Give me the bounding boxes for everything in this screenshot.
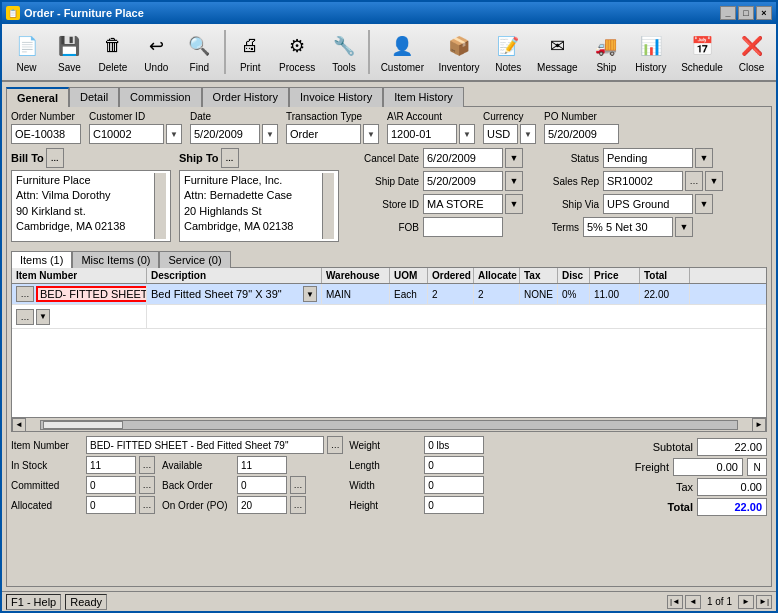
- toolbar-history-button[interactable]: 📊 History: [629, 26, 673, 78]
- toolbar-undo-button[interactable]: ↩ Undo: [136, 26, 177, 78]
- length-row: Length: [349, 456, 484, 474]
- subtotal-value[interactable]: [697, 438, 767, 456]
- store-id-dropdown[interactable]: ▼: [505, 194, 523, 214]
- table-row[interactable]: … BED- FITTED SHEET ▼ Bed Fitted Sheet 7…: [12, 284, 766, 305]
- toolbar-schedule-button[interactable]: 📅 Schedule: [675, 26, 729, 78]
- toolbar-new-button[interactable]: 📄 New: [6, 26, 47, 78]
- cancel-date-input[interactable]: [423, 148, 503, 168]
- cancel-date-dropdown[interactable]: ▼: [505, 148, 523, 168]
- on-order-input[interactable]: [237, 496, 287, 514]
- ship-via-dropdown[interactable]: ▼: [695, 194, 713, 214]
- first-record-btn[interactable]: |◄: [667, 595, 683, 609]
- committed-btn[interactable]: …: [139, 476, 155, 494]
- tab-detail[interactable]: Detail: [69, 87, 119, 107]
- sales-rep-browse[interactable]: …: [685, 171, 703, 191]
- toolbar-notes-button[interactable]: 📝 Notes: [488, 26, 529, 78]
- available-input[interactable]: [237, 456, 287, 474]
- status-input[interactable]: [603, 148, 693, 168]
- last-record-btn[interactable]: ►|: [756, 595, 772, 609]
- in-stock-input[interactable]: [86, 456, 136, 474]
- scroll-right-btn[interactable]: ►: [752, 418, 766, 432]
- empty-dropdown[interactable]: ▼: [36, 309, 50, 325]
- toolbar-delete-button[interactable]: 🗑 Delete: [92, 26, 134, 78]
- back-order-input[interactable]: [237, 476, 287, 494]
- tab-general[interactable]: General: [6, 87, 69, 107]
- currency-dropdown[interactable]: ▼: [520, 124, 536, 144]
- ship-to-scrollbar[interactable]: [322, 173, 334, 239]
- ship-date-dropdown[interactable]: ▼: [505, 171, 523, 191]
- item-browse-btn[interactable]: …: [16, 286, 34, 302]
- toolbar-customer-button[interactable]: 👤 Customer: [374, 26, 430, 78]
- next-record-btn[interactable]: ►: [738, 595, 754, 609]
- toolbar-close-button[interactable]: ❌ Close: [731, 26, 772, 78]
- close-window-button[interactable]: ×: [756, 6, 772, 20]
- status-dropdown[interactable]: ▼: [695, 148, 713, 168]
- currency-input[interactable]: [483, 124, 518, 144]
- transaction-type-dropdown[interactable]: ▼: [363, 124, 379, 144]
- terms-input[interactable]: [583, 217, 673, 237]
- weight-input[interactable]: [424, 436, 484, 454]
- tab-commission[interactable]: Commission: [119, 87, 202, 107]
- minimize-button[interactable]: _: [720, 6, 736, 20]
- in-stock-btn[interactable]: …: [139, 456, 155, 474]
- freight-extra[interactable]: N: [747, 458, 767, 476]
- height-input[interactable]: [424, 496, 484, 514]
- date-dropdown-btn[interactable]: ▼: [262, 124, 278, 144]
- toolbar-ship-button[interactable]: 🚚 Ship: [586, 26, 627, 78]
- bill-to-scrollbar[interactable]: [154, 173, 166, 239]
- sub-tab-items[interactable]: Items (1): [11, 251, 72, 268]
- allocated-input[interactable]: [86, 496, 136, 514]
- item-desc-dropdown[interactable]: ▼: [303, 286, 317, 302]
- date-input[interactable]: [190, 124, 260, 144]
- toolbar-inventory-button[interactable]: 📦 Inventory: [432, 26, 486, 78]
- allocated-btn[interactable]: …: [139, 496, 155, 514]
- po-number-input[interactable]: [544, 124, 619, 144]
- customer-id-input[interactable]: [89, 124, 164, 144]
- prev-record-btn[interactable]: ◄: [685, 595, 701, 609]
- sub-tab-service[interactable]: Service (0): [159, 251, 230, 268]
- item-number-bottom-btn[interactable]: …: [327, 436, 343, 454]
- bill-to-content: Furniture Place Attn: Vilma Dorothy 90 K…: [11, 170, 171, 242]
- ship-date-input[interactable]: [423, 171, 503, 191]
- store-id-input[interactable]: [423, 194, 503, 214]
- transaction-type-input[interactable]: [286, 124, 361, 144]
- empty-browse-btn[interactable]: …: [16, 309, 34, 325]
- sub-tab-misc-items[interactable]: Misc Items (0): [72, 251, 159, 268]
- tab-item-history[interactable]: Item History: [383, 87, 464, 107]
- ar-account-dropdown[interactable]: ▼: [459, 124, 475, 144]
- currency-group: Currency ▼: [483, 111, 536, 144]
- scroll-left-btn[interactable]: ◄: [12, 418, 26, 432]
- scroll-thumb[interactable]: [43, 421, 123, 429]
- toolbar-save-button[interactable]: 💾 Save: [49, 26, 90, 78]
- ar-account-input[interactable]: [387, 124, 457, 144]
- back-order-btn[interactable]: …: [290, 476, 306, 494]
- width-input[interactable]: [424, 476, 484, 494]
- scroll-track[interactable]: [40, 420, 738, 430]
- committed-input[interactable]: [86, 476, 136, 494]
- total-value[interactable]: [697, 498, 767, 516]
- on-order-btn[interactable]: …: [290, 496, 306, 514]
- freight-value[interactable]: [673, 458, 743, 476]
- item-number-bottom-input[interactable]: [86, 436, 324, 454]
- toolbar-print-button[interactable]: 🖨 Print: [230, 26, 271, 78]
- tab-order-history[interactable]: Order History: [202, 87, 289, 107]
- order-number-input[interactable]: [11, 124, 81, 144]
- table-row[interactable]: … ▼: [12, 305, 766, 329]
- fob-input[interactable]: [423, 217, 503, 237]
- tax-value[interactable]: [697, 478, 767, 496]
- sales-rep-dropdown[interactable]: ▼: [705, 171, 723, 191]
- maximize-button[interactable]: □: [738, 6, 754, 20]
- bill-to-browse-btn[interactable]: …: [46, 148, 64, 168]
- length-input[interactable]: [424, 456, 484, 474]
- tab-invoice-history[interactable]: Invoice History: [289, 87, 383, 107]
- toolbar-tools-button[interactable]: 🔧 Tools: [324, 26, 365, 78]
- sales-rep-input[interactable]: [603, 171, 683, 191]
- horizontal-scrollbar[interactable]: ◄ ►: [12, 417, 766, 431]
- customer-id-dropdown-btn[interactable]: ▼: [166, 124, 182, 144]
- terms-dropdown[interactable]: ▼: [675, 217, 693, 237]
- toolbar-message-button[interactable]: ✉ Message: [531, 26, 584, 78]
- toolbar-find-button[interactable]: 🔍 Find: [179, 26, 220, 78]
- toolbar-process-button[interactable]: ⚙ Process: [273, 26, 322, 78]
- ship-via-input[interactable]: [603, 194, 693, 214]
- ship-to-browse-btn[interactable]: …: [221, 148, 239, 168]
